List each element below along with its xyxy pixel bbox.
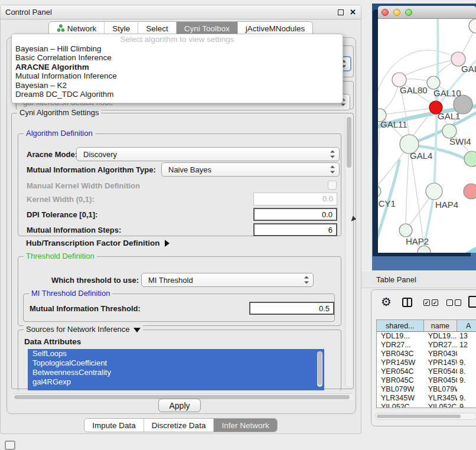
- table-row[interactable]: YIL052CYIL052C9: [377, 403, 476, 408]
- network-edge[interactable]: [406, 144, 409, 224]
- data-attributes-list[interactable]: SelfLoopsTopologicalCoefficientBetweenne…: [28, 349, 324, 390]
- which-threshold-combo[interactable]: MI Threshold: [141, 273, 314, 287]
- table-cell: YLR345W: [377, 394, 424, 403]
- table-horizontal-scrollbar[interactable]: [375, 413, 476, 420]
- aracne-mode-combo[interactable]: Discovery: [76, 147, 340, 161]
- tab-discretize-data[interactable]: Discretize Data: [144, 419, 214, 432]
- table-cell: YBR045C: [424, 376, 457, 385]
- algorithm-option[interactable]: Mutual Information Inference: [12, 71, 343, 80]
- network-node-gal10[interactable]: [427, 76, 440, 89]
- table-body: YDL19...YDL19...13YDR27...YDR27...12YBR0…: [377, 332, 476, 408]
- select-none-icon[interactable]: [446, 299, 461, 306]
- settings-scroll-thumb[interactable]: [347, 117, 351, 168]
- mi-type-label: Mutual Information Algorithm Type:: [27, 165, 156, 174]
- node-label: GAL11: [380, 119, 407, 129]
- settings-vertical-scrollbar[interactable]: [345, 116, 352, 386]
- network-edge[interactable]: [405, 59, 458, 76]
- control-panel-titlebar: Control Panel ✕: [1, 5, 361, 19]
- select-all-checked-icon[interactable]: ✓✓: [423, 299, 438, 306]
- network-node-y[interactable]: [464, 184, 476, 199]
- gear-icon[interactable]: ⚙: [381, 295, 392, 309]
- dpi-tolerance-field[interactable]: 0.0: [253, 208, 337, 221]
- network-node-hap4[interactable]: [426, 183, 442, 200]
- network-node[interactable]: [469, 19, 476, 33]
- mi-threshold-field[interactable]: 0.5: [249, 302, 334, 315]
- attributes-scrollbar[interactable]: [317, 351, 322, 387]
- network-node-hap2[interactable]: [399, 224, 412, 237]
- manual-kernel-label: Manual Kernel Width Definition: [27, 181, 140, 190]
- table-row[interactable]: YLR345WYLR345W9.: [377, 394, 476, 403]
- data-attribute-item[interactable]: TopologicalCoefficient: [28, 358, 324, 368]
- table-row[interactable]: YPR145WYPR145W9.: [377, 358, 476, 367]
- aracne-mode-value: Discovery: [83, 150, 117, 159]
- table-row[interactable]: YDR27...YDR27...12: [377, 341, 476, 350]
- tab-label: Cyni Toolbox: [184, 24, 230, 33]
- table-panel-title: Table Panel: [376, 275, 416, 284]
- minimize-window-icon[interactable]: [393, 9, 400, 16]
- algorithm-option[interactable]: Bayesian – K2: [12, 81, 343, 90]
- settings-group-title: Cyni Algorithm Settings: [17, 108, 101, 117]
- algorithm-option[interactable]: Dream8 DC_TDC Algorithm: [12, 90, 343, 99]
- kernel-width-field[interactable]: 0.0: [253, 193, 337, 206]
- network-node-gcy1[interactable]: [378, 185, 381, 197]
- node-label: HAP2: [406, 236, 429, 246]
- data-attribute-item[interactable]: gal4RGexp: [28, 377, 324, 387]
- aracne-mode-label: Aracne Mode:: [27, 150, 77, 159]
- mi-type-combo[interactable]: Naive Bayes: [161, 162, 340, 177]
- table-cell: YDR27...: [424, 341, 457, 350]
- manual-kernel-checkbox[interactable]: [328, 181, 337, 190]
- data-attribute-item[interactable]: SelfLoops: [28, 349, 324, 358]
- close-window-icon[interactable]: [382, 9, 389, 16]
- network-edge[interactable]: [449, 244, 476, 253]
- tab-infer-network[interactable]: Infer Network: [214, 419, 276, 432]
- which-threshold-value: MI Threshold: [148, 276, 193, 285]
- node-label: HAP4: [435, 200, 458, 210]
- node-label: GCY1: [378, 198, 396, 208]
- table-row[interactable]: YBR045CYBR045C9.: [377, 376, 476, 385]
- mi-type-value: Naive Bayes: [168, 165, 211, 174]
- kernel-width-label: Kernel Width (0,1):: [27, 195, 94, 204]
- table-row[interactable]: YBR043CYBR043C: [377, 350, 476, 358]
- cyni-algorithm-settings-group: Cyni Algorithm Settings Algorithm Defini…: [11, 113, 354, 389]
- network-edge[interactable]: [378, 122, 380, 191]
- column-header-a[interactable]: A: [457, 320, 476, 332]
- network-node[interactable]: [464, 151, 476, 167]
- split-columns-icon[interactable]: [402, 298, 412, 307]
- algorithm-dropdown-popup: Select algorithm to view settings Bayesi…: [11, 34, 343, 103]
- table-cell: 13: [457, 332, 476, 341]
- expander-right-icon: [165, 240, 169, 247]
- column-header-name[interactable]: name: [424, 320, 457, 332]
- algorithm-option[interactable]: ARACNE Algorithm: [12, 63, 343, 71]
- document-icon[interactable]: [468, 296, 476, 308]
- tab-label: Network: [67, 24, 97, 33]
- minimized-panel-icon[interactable]: [5, 441, 15, 450]
- zoom-window-icon[interactable]: [405, 9, 412, 16]
- tab-label: Style: [112, 24, 130, 33]
- table-cell: 8.: [457, 367, 476, 376]
- column-header-shared-[interactable]: shared...: [377, 320, 424, 332]
- table-cell: YDR27...: [377, 341, 424, 350]
- table-cell: 9.: [457, 376, 476, 385]
- mi-steps-field[interactable]: 6: [253, 223, 337, 236]
- float-window-icon[interactable]: [338, 9, 344, 15]
- network-canvas[interactable]: GALGAL80GAL10GAL1GAL11SWI4GAL4GCY1HAP4YH…: [378, 19, 476, 253]
- data-attribute-item[interactable]: BetweennessCentrality: [28, 368, 324, 377]
- table-row[interactable]: YER054CYER054C8.: [377, 367, 476, 376]
- mi-threshold-group: MI Threshold Definition Mutual Informati…: [23, 294, 335, 322]
- attributes-scroll-thumb[interactable]: [318, 352, 322, 385]
- algorithm-option[interactable]: Bayesian – Hill Climbing: [12, 44, 343, 53]
- table-hscroll-thumb[interactable]: [377, 415, 461, 418]
- hub-expander[interactable]: Hub/Transcription Factor Definition: [26, 239, 169, 247]
- table-row[interactable]: YBL079WYBL079W: [377, 385, 476, 394]
- node-label: GAL10: [433, 88, 461, 98]
- algorithm-option[interactable]: Basic Correlation Inference: [12, 53, 343, 62]
- table-row[interactable]: YDL19...YDL19...13: [377, 332, 476, 341]
- node-table: shared...nameA YDL19...YDL19...13YDR27..…: [376, 319, 476, 408]
- table-header-row: shared...nameA: [377, 320, 476, 332]
- tab-impute-data[interactable]: Impute Data: [84, 419, 144, 432]
- apply-button[interactable]: Apply: [158, 399, 201, 412]
- table-panel-titlebar: Table Panel: [361, 270, 476, 288]
- close-panel-icon[interactable]: ✕: [350, 9, 356, 15]
- tab-label: Infer Network: [221, 421, 269, 430]
- threshold-definition-title: Threshold Definition: [24, 252, 97, 260]
